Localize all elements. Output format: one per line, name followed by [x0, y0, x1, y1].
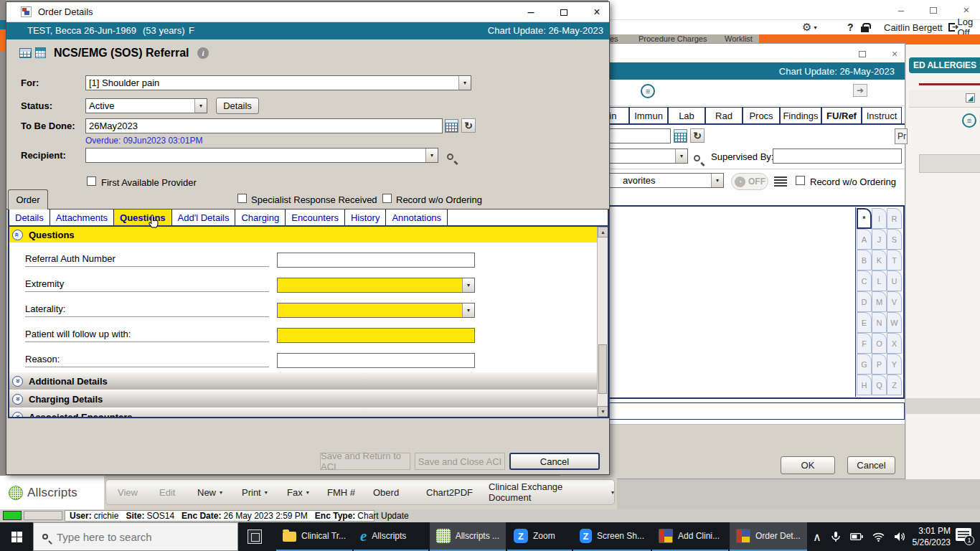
alpha-tab[interactable]: U: [887, 270, 902, 291]
tab-encounters[interactable]: Encounters: [286, 209, 345, 225]
taskbar-app-clinical[interactable]: Clinical Tr...: [276, 522, 352, 551]
start-button[interactable]: [0, 522, 33, 551]
alpha-tab[interactable]: P: [872, 354, 887, 375]
laterality-combo[interactable]: ▾: [277, 303, 475, 318]
tab-lab[interactable]: Lab: [668, 107, 705, 124]
follow-up-input[interactable]: [277, 328, 475, 343]
calendar-icon[interactable]: [445, 119, 458, 133]
scroll-down-icon[interactable]: ▼: [598, 406, 608, 417]
taskbar-app-screenshare[interactable]: ZScreen Sh...: [573, 522, 651, 551]
ok-button[interactable]: OK: [781, 456, 835, 474]
menu-fmh[interactable]: FMH #: [327, 480, 355, 504]
first-available-checkbox[interactable]: [87, 176, 96, 186]
cancel-button[interactable]: Cancel: [509, 453, 600, 470]
alpha-tab[interactable]: X: [887, 333, 902, 354]
save-return-aci-button[interactable]: Save and Return to ACI: [320, 453, 410, 470]
expand-icon[interactable]: ◢: [966, 93, 975, 103]
maximize-icon[interactable]: [553, 4, 575, 21]
battery-icon[interactable]: [850, 532, 863, 541]
tab-fu-ref[interactable]: FU/Ref: [821, 107, 862, 124]
scroll-up-icon[interactable]: ▲: [598, 227, 608, 237]
tab-annotations[interactable]: Annotations: [386, 209, 448, 225]
tab-attachments[interactable]: Attachments: [50, 209, 114, 225]
menu-edit[interactable]: Edit: [159, 480, 175, 504]
record-wo-ordering-checkbox[interactable]: [796, 176, 805, 185]
alpha-tab[interactable]: S: [887, 229, 902, 250]
refresh-icon[interactable]: ↻: [690, 128, 705, 143]
close-icon[interactable]: ×: [887, 48, 903, 61]
task-view-icon[interactable]: [248, 529, 262, 544]
tab-charges-partial[interactable]: es: [610, 34, 618, 43]
status-combo[interactable]: Active ▾: [85, 98, 207, 113]
extremity-combo[interactable]: ▾: [277, 278, 475, 293]
off-toggle[interactable]: ◔ OFF: [731, 173, 768, 190]
expand-icon[interactable]: «: [12, 376, 23, 387]
referral-auth-input[interactable]: [277, 253, 475, 268]
pr-button-partial[interactable]: Pr: [895, 128, 908, 144]
settings-menu[interactable]: ⚙▾: [802, 20, 816, 34]
tab-details[interactable]: Details: [9, 209, 50, 225]
tab-history[interactable]: History: [345, 209, 386, 225]
alpha-tab[interactable]: I: [872, 208, 887, 229]
order-tab[interactable]: Order: [8, 189, 48, 209]
menu-view[interactable]: View: [118, 480, 138, 504]
minimize-icon[interactable]: –: [892, 3, 910, 17]
close-icon[interactable]: ×: [586, 4, 608, 21]
for-combo[interactable]: [1] Shoulder pain ▾: [85, 75, 471, 90]
calendar-icon[interactable]: [674, 129, 687, 143]
log-off-button[interactable]: Log Off: [948, 20, 980, 34]
taskbar-app-allscripts-ie[interactable]: eAllscripts: [354, 522, 428, 551]
menu-oberd[interactable]: Oberd: [373, 480, 399, 504]
grid-view-icon[interactable]: [19, 48, 32, 58]
taskbar-app-allscripts[interactable]: Allscripts ...: [430, 522, 506, 551]
recipient-combo[interactable]: ▾: [85, 148, 438, 163]
tab-addl-details[interactable]: Add'l Details: [172, 209, 236, 225]
alpha-tab[interactable]: *: [857, 208, 872, 229]
collapse-icon[interactable]: «: [12, 230, 23, 240]
tab-worklist[interactable]: Worklist: [725, 34, 753, 43]
alpha-tab[interactable]: Y: [887, 354, 902, 375]
list-view-icon[interactable]: [774, 176, 787, 187]
tab-instruct[interactable]: Instruct: [862, 107, 902, 124]
vertical-scrollbar[interactable]: ▲ ▼: [597, 227, 608, 417]
minimize-icon[interactable]: –: [520, 4, 542, 21]
taskbar-app-order-details[interactable]: Order Det...: [730, 522, 807, 551]
alpha-tab[interactable]: W: [887, 312, 902, 333]
alpha-tab[interactable]: C: [857, 270, 872, 291]
reason-input[interactable]: [277, 353, 475, 368]
taskbar-search[interactable]: [33, 522, 238, 551]
recurrence-icon[interactable]: ↻: [461, 118, 476, 133]
details-button[interactable]: Details: [216, 98, 259, 114]
expand-icon[interactable]: «: [12, 412, 23, 419]
menu-clinical-exchange[interactable]: Clinical Exchange Document▾: [489, 480, 614, 504]
info-icon[interactable]: i: [197, 47, 209, 59]
alpha-tab[interactable]: T: [887, 250, 902, 270]
hamburger-menu-icon[interactable]: ≡: [962, 113, 976, 128]
hamburger-menu-icon[interactable]: ≡: [641, 84, 655, 98]
alpha-tab[interactable]: E: [857, 312, 872, 333]
alpha-tab[interactable]: K: [872, 250, 887, 270]
associated-encounters-header[interactable]: « Associated Encounters: [9, 408, 597, 418]
alpha-tab[interactable]: B: [857, 250, 872, 270]
questions-section-header[interactable]: « Questions: [9, 227, 597, 242]
charging-details-header[interactable]: « Charging Details: [9, 390, 597, 408]
menu-chart2pdf[interactable]: Chart2PDF: [426, 480, 473, 504]
cancel-button[interactable]: Cancel: [847, 456, 895, 474]
alpha-tab[interactable]: Z: [887, 375, 902, 395]
tab-rad[interactable]: Rad: [705, 107, 743, 124]
menu-fax[interactable]: Fax▾: [287, 480, 309, 504]
order-details-titlebar[interactable]: Order Details – ×: [6, 2, 609, 22]
scrollbar-thumb[interactable]: [598, 344, 607, 394]
tab-questions[interactable]: Questions: [114, 209, 172, 225]
calendar-view-icon[interactable]: [35, 47, 46, 58]
tab-procedure-charges[interactable]: Procedure Charges: [639, 34, 707, 43]
alpha-tab[interactable]: D: [857, 291, 872, 312]
alpha-tab[interactable]: O: [872, 333, 887, 354]
alpha-tab[interactable]: H: [857, 375, 872, 395]
menu-new[interactable]: New▾: [197, 480, 222, 504]
microphone-icon[interactable]: [831, 531, 841, 542]
tray-chevron-icon[interactable]: ∧: [813, 530, 821, 544]
taskbar-app-add-clinical[interactable]: Add Clini...: [652, 522, 728, 551]
alpha-tab[interactable]: J: [872, 229, 887, 250]
tab-charging[interactable]: Charging: [235, 209, 286, 225]
